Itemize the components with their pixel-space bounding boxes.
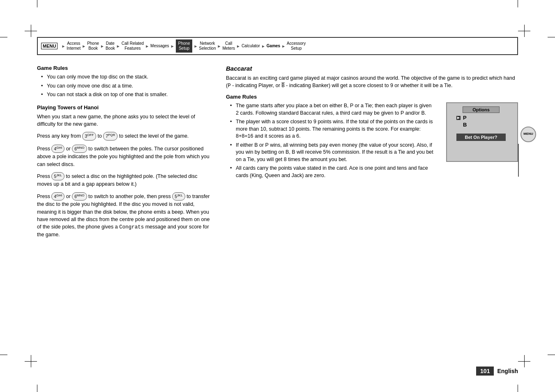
game-rules-heading-right: Game Rules bbox=[226, 94, 518, 100]
key-6mno: 6MNO bbox=[72, 145, 87, 153]
nav-arrow-7: ► bbox=[217, 44, 221, 48]
nav-arrow-1: ► bbox=[82, 44, 86, 48]
crosshair-bottom-right bbox=[518, 355, 530, 367]
key-7pqr: 7PQR bbox=[103, 132, 117, 141]
nav-arrow-3: ► bbox=[116, 44, 120, 48]
edge-mark-top-right bbox=[518, 0, 518, 7]
menu-label: MENU bbox=[41, 43, 58, 49]
menu-button-circle[interactable]: MENU bbox=[520, 127, 536, 142]
nav-arrow-0: ► bbox=[61, 44, 65, 48]
baccarat-heading: Baccarat bbox=[226, 65, 518, 72]
nav-arrow-9: ► bbox=[261, 44, 265, 48]
key-4ghi-2: 4GHI bbox=[51, 192, 64, 201]
main-columns: Game Rules You can only move the top dis… bbox=[37, 65, 518, 242]
edge-mark-bottom-left bbox=[37, 385, 37, 392]
baccarat-rule-2: The player with a score closest to 9 poi… bbox=[230, 118, 518, 140]
edge-mark-bottom-right bbox=[518, 385, 518, 392]
hanoi-para2: Press any key from 3OFF to 7PQR to selec… bbox=[37, 132, 214, 141]
nav-arrow-4: ► bbox=[145, 44, 149, 48]
baccarat-intro: Baccarat is an exciting card game played… bbox=[226, 74, 518, 90]
crosshair-top-left bbox=[25, 25, 37, 37]
game-rules-item-2: You can only move one disc at a time. bbox=[41, 83, 214, 90]
nav-item-messages[interactable]: Messages bbox=[150, 44, 169, 48]
key-4ghi: 4GHI bbox=[51, 145, 64, 153]
edge-mark-left-bottom bbox=[0, 355, 7, 355]
hanoi-para1: When you start a new game, the phone ask… bbox=[37, 113, 214, 128]
page-content: MENU ► AccessInternet ► PhoneBook ► Date… bbox=[37, 37, 518, 355]
nav-item-call-meters[interactable]: CallMeters bbox=[222, 41, 235, 51]
edge-mark-left-top bbox=[0, 37, 7, 37]
page-number: 101 bbox=[476, 367, 494, 376]
crosshair-bottom-left bbox=[25, 355, 37, 367]
nav-bar: MENU ► AccessInternet ► PhoneBook ► Date… bbox=[37, 37, 518, 55]
baccarat-rule-4: All cards carry the points value stated … bbox=[230, 165, 518, 179]
hanoi-para4: Press 5JKL to select a disc on the highl… bbox=[37, 172, 214, 188]
hanoi-heading: Playing Towers of Hanoi bbox=[37, 104, 214, 111]
edge-mark-top-left bbox=[37, 0, 37, 7]
footer: 101 English bbox=[476, 367, 518, 376]
right-column: Baccarat Baccarat is an exciting card ga… bbox=[226, 65, 518, 242]
left-column: Game Rules You can only move the top dis… bbox=[37, 65, 214, 242]
nav-item-phone-book[interactable]: PhoneBook bbox=[87, 41, 99, 51]
nav-item-network-selection[interactable]: NetworkSelection bbox=[199, 41, 216, 51]
nav-item-access-internet[interactable]: AccessInternet bbox=[67, 41, 81, 51]
game-rules-list-left: You can only move the top disc on the st… bbox=[37, 74, 214, 99]
vertical-separator bbox=[518, 144, 519, 177]
hanoi-para3: Press 4GHI or 6MNO to switch between the… bbox=[37, 145, 214, 168]
key-5jkl-1: 5JKL bbox=[51, 172, 64, 181]
nav-item-accessory-setup[interactable]: AccessorySetup bbox=[287, 41, 306, 51]
baccarat-rule-3: If either B or P wins, all winning bets … bbox=[230, 142, 518, 164]
nav-item-call-related[interactable]: Call RelatedFeatures bbox=[122, 41, 144, 51]
nav-arrow-5: ► bbox=[170, 44, 175, 48]
baccarat-rule-1: The game starts after you place a bet on… bbox=[230, 102, 518, 117]
hanoi-para5: Press 4GHI or 6MNO to switch to another … bbox=[37, 192, 214, 238]
nav-arrow-8: ► bbox=[236, 44, 240, 48]
congrats-text: Congrats bbox=[119, 224, 144, 230]
game-rules-item-3: You can not stack a disk on top of one t… bbox=[41, 91, 214, 99]
nav-item-phone-setup[interactable]: PhoneSetup bbox=[176, 39, 193, 53]
crosshair-top-right bbox=[518, 25, 530, 37]
nav-item-calculator[interactable]: Calculator bbox=[242, 44, 260, 48]
language-label: English bbox=[497, 368, 518, 374]
key-6mno-2: 6MNO bbox=[72, 192, 87, 201]
nav-arrow-2: ► bbox=[100, 44, 104, 48]
edge-mark-right-bottom bbox=[548, 355, 555, 355]
game-rules-item-1: You can only move the top disc on the st… bbox=[41, 74, 214, 81]
edge-mark-right-top bbox=[548, 37, 555, 37]
key-5jkl-2: 5JKL bbox=[172, 192, 185, 201]
nav-arrow-6: ► bbox=[193, 44, 198, 48]
nav-item-date-book[interactable]: DateBook bbox=[106, 41, 115, 51]
key-3off: 3OFF bbox=[82, 132, 96, 141]
nav-item-games[interactable]: Games bbox=[267, 44, 280, 48]
nav-arrow-10: ► bbox=[281, 44, 286, 48]
game-rules-heading-left: Game Rules bbox=[37, 65, 214, 71]
